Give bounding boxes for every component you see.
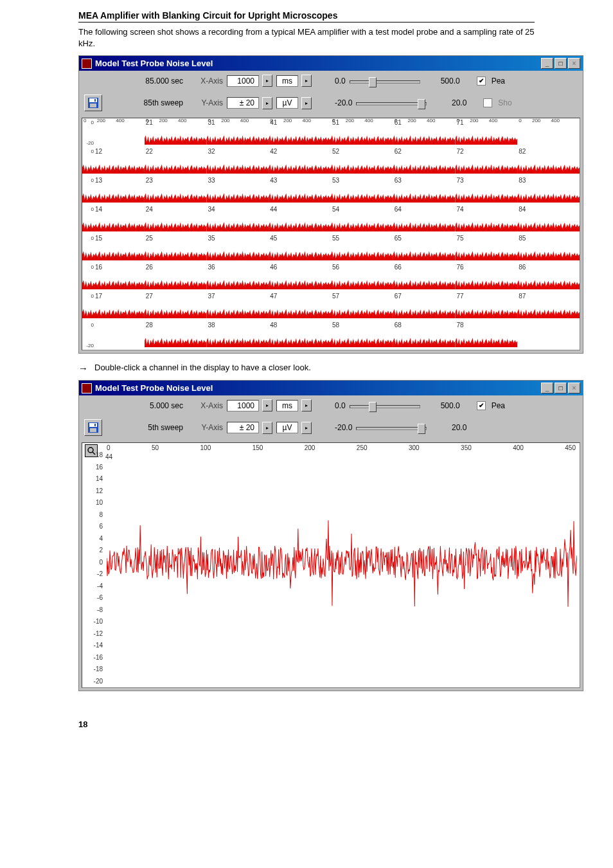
channel-cell[interactable]: 0-2017	[82, 292, 145, 321]
channel-cell[interactable]: 0-2014	[82, 205, 145, 234]
single-channel-canvas[interactable]: 050100150200250300350400450 181614121086…	[82, 442, 580, 688]
channel-cell[interactable]: 0-2012	[82, 147, 145, 176]
xunit-spin[interactable]: ▸	[301, 75, 312, 87]
channel-cell[interactable]: 0 200 400	[517, 118, 580, 147]
channel-cell[interactable]: 37	[207, 292, 269, 321]
channel-cell[interactable]: 35	[207, 234, 269, 263]
yrange-input[interactable]: ± 20	[227, 97, 259, 109]
channel-cell[interactable]: 26	[145, 263, 207, 292]
channel-cell[interactable]: 87	[517, 292, 580, 321]
channel-cell[interactable]: 72	[456, 147, 518, 176]
channel-cell[interactable]: 55	[331, 234, 393, 263]
x-slider[interactable]	[350, 401, 420, 411]
channel-cell[interactable]: 0-2013	[82, 176, 145, 205]
channel-cell[interactable]: 63	[393, 176, 456, 205]
channel-cell[interactable]: 58	[331, 321, 393, 350]
yrange-spin[interactable]: ▸	[262, 97, 272, 109]
xrange-input[interactable]: 1000	[227, 400, 259, 411]
channel-cell[interactable]: 73	[456, 176, 518, 205]
channel-cell[interactable]: 56	[331, 263, 393, 292]
channel-cell[interactable]: 64	[393, 205, 456, 234]
close-button[interactable]: ×	[568, 58, 580, 69]
xrange-spin[interactable]: ▸	[262, 399, 272, 411]
channel-cell[interactable]: 23	[145, 176, 207, 205]
y-slider[interactable]	[356, 422, 427, 433]
channel-cell[interactable]: 22	[145, 147, 207, 176]
pea-checkbox[interactable]: ✔	[477, 77, 486, 86]
channel-cell[interactable]: 83	[517, 176, 580, 205]
channel-grid-canvas[interactable]: 0 200 4000-200 200 400210 200 400310 200…	[82, 118, 580, 350]
xunit-spin[interactable]: ▸	[301, 399, 312, 411]
channel-cell[interactable]: 54	[331, 205, 393, 234]
save-button[interactable]	[84, 95, 102, 111]
channel-cell[interactable]: 74	[456, 205, 518, 234]
channel-cell[interactable]: 38	[207, 321, 269, 350]
minimize-button[interactable]: _	[541, 58, 553, 69]
svg-rect-6	[90, 428, 96, 432]
channel-cell[interactable]: 43	[269, 176, 331, 205]
channel-cell[interactable]: 65	[393, 234, 456, 263]
channel-cell[interactable]: 0 200 40071	[456, 118, 518, 147]
yunit-spin[interactable]: ▸	[301, 422, 312, 434]
yunit-spin[interactable]: ▸	[301, 97, 312, 109]
channel-cell[interactable]: 48	[269, 321, 331, 350]
channel-cell[interactable]: 27	[145, 292, 207, 321]
y-slider[interactable]	[356, 98, 427, 108]
xunit-input[interactable]: ms	[276, 75, 298, 87]
channel-cell[interactable]: 52	[331, 147, 393, 176]
channel-cell[interactable]: 25	[145, 234, 207, 263]
channel-cell[interactable]: 45	[269, 234, 331, 263]
yrange-spin[interactable]: ▸	[262, 422, 272, 434]
yrange-input[interactable]: ± 20	[227, 422, 259, 433]
channel-cell[interactable]: 47	[269, 292, 331, 321]
channel-cell[interactable]	[517, 321, 580, 350]
channel-cell[interactable]: 42	[269, 147, 331, 176]
save-button[interactable]	[84, 419, 102, 436]
channel-cell[interactable]: 0 200 40041	[269, 118, 331, 147]
channel-cell[interactable]: 78	[456, 321, 518, 350]
channel-cell[interactable]: 76	[456, 263, 518, 292]
channel-cell[interactable]: 0-2016	[82, 263, 145, 292]
pea-checkbox[interactable]: ✔	[477, 401, 486, 410]
channel-cell[interactable]: 84	[517, 205, 580, 234]
channel-cell[interactable]: 85	[517, 234, 580, 263]
maximize-button[interactable]: □	[555, 383, 567, 393]
channel-cell[interactable]: 62	[393, 147, 456, 176]
channel-cell[interactable]: 33	[207, 176, 269, 205]
yunit-input[interactable]: µV	[276, 97, 298, 109]
close-button[interactable]: ×	[568, 383, 580, 393]
channel-cell[interactable]: 66	[393, 263, 456, 292]
channel-cell[interactable]: 0 200 40021	[145, 118, 207, 147]
channel-cell[interactable]: 75	[456, 234, 518, 263]
maximize-button[interactable]: □	[555, 58, 567, 69]
channel-cell[interactable]: 0-2015	[82, 234, 145, 263]
xrange-input[interactable]: 1000	[227, 75, 259, 87]
channel-cell[interactable]: 0-20	[82, 321, 145, 350]
channel-cell[interactable]: 86	[517, 263, 580, 292]
channel-cell[interactable]: 68	[393, 321, 456, 350]
xunit-input[interactable]: ms	[276, 400, 298, 411]
channel-cell[interactable]: 46	[269, 263, 331, 292]
channel-cell[interactable]: 36	[207, 263, 269, 292]
channel-cell[interactable]: 53	[331, 176, 393, 205]
minimize-button[interactable]: _	[541, 383, 553, 393]
channel-cell[interactable]: 0 200 40061	[393, 118, 456, 147]
channel-cell[interactable]: 24	[145, 205, 207, 234]
window-title: Model Test Probe Noise Level	[95, 383, 213, 393]
channel-cell[interactable]: 67	[393, 292, 456, 321]
xtick-value: 500.0	[441, 401, 460, 410]
sho-checkbox[interactable]	[483, 98, 492, 107]
xrange-spin[interactable]: ▸	[262, 75, 272, 87]
yunit-input[interactable]: µV	[276, 422, 298, 433]
x-slider[interactable]	[350, 76, 420, 86]
channel-cell[interactable]: 77	[456, 292, 518, 321]
channel-cell[interactable]: 0 200 40031	[207, 118, 269, 147]
channel-cell[interactable]: 0 200 40051	[331, 118, 393, 147]
channel-cell[interactable]: 82	[517, 147, 580, 176]
channel-cell[interactable]: 0 200 4000-20	[82, 118, 145, 147]
channel-cell[interactable]: 44	[269, 205, 331, 234]
channel-cell[interactable]: 28	[145, 321, 207, 350]
channel-cell[interactable]: 57	[331, 292, 393, 321]
channel-cell[interactable]: 34	[207, 205, 269, 234]
channel-cell[interactable]: 32	[207, 147, 269, 176]
